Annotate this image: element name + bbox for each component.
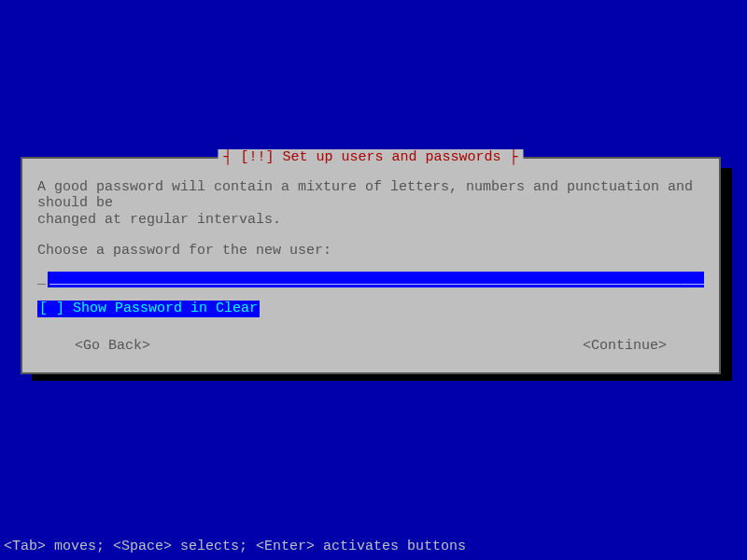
password-row: _ ______________________________________… <box>37 272 704 287</box>
checkbox-label: Show Password in Clear <box>73 301 258 316</box>
dialog-title-text: [!!] Set up users and passwords <box>240 149 500 165</box>
dialog-body-text: A good password will contain a mixture o… <box>37 179 704 228</box>
cursor-indicator: _ <box>37 272 48 287</box>
password-prompt: Choose a password for the new user: <box>37 243 704 259</box>
go-back-button[interactable]: <Go Back> <box>75 338 150 354</box>
password-input[interactable]: ________________________________________… <box>48 272 704 287</box>
show-password-checkbox[interactable]: [ ] Show Password in Clear <box>37 301 260 316</box>
status-bar: <Tab> moves; <Space> selects; <Enter> ac… <box>0 539 470 554</box>
nav-row: <Go Back> <Continue> <box>37 338 704 357</box>
password-dialog: ┤ [!!] Set up users and passwords ├ A go… <box>21 157 721 374</box>
checkbox-marker: [ ] <box>39 301 64 316</box>
continue-button[interactable]: <Continue> <box>583 338 667 354</box>
dialog-title: ┤ [!!] Set up users and passwords ├ <box>218 149 523 165</box>
